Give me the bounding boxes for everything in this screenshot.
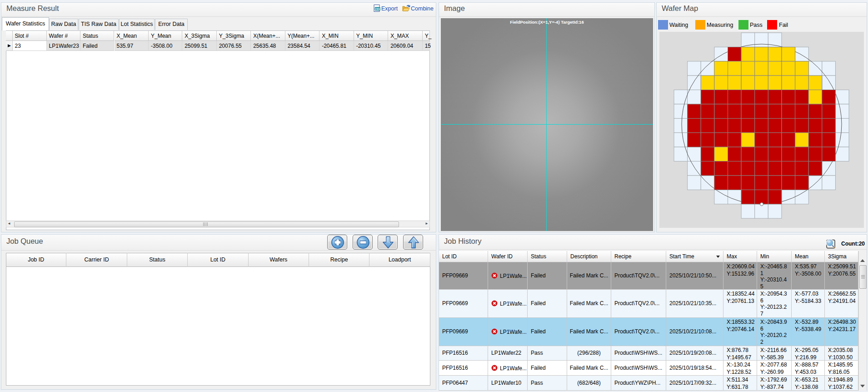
svg-text:CSV: CSV [375,8,380,10]
